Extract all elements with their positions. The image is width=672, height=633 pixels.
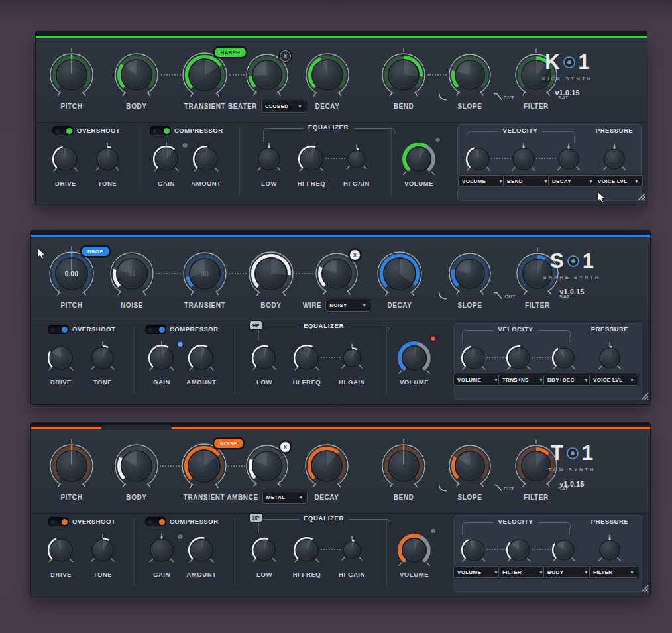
knob-link-dotted-line [296, 273, 313, 274]
knob-drive[interactable] [47, 141, 84, 178]
pressure-target-dropdown[interactable]: VOICE LVL▼ [594, 175, 643, 187]
velocity-target-dropdown[interactable]: BDY+DEC▼ [543, 374, 592, 386]
velocity-label: VELOCITY [493, 325, 537, 333]
overshoot-label: OVERSHOOT [77, 127, 120, 134]
knob-bend[interactable] [373, 435, 434, 496]
knob-link-dotted-line [536, 158, 556, 159]
logo-wordmark: K1 [545, 52, 590, 72]
knob-velocity-1[interactable] [456, 532, 492, 568]
compressor-toggle[interactable] [150, 126, 171, 135]
slope-fast-curve-icon [438, 91, 447, 103]
knob-body[interactable] [240, 243, 302, 305]
chevron-down-icon: ▼ [498, 179, 503, 184]
velocity-target-dropdown[interactable]: VOLUME▼ [453, 566, 502, 578]
velocity-target-dropdown[interactable]: BEND▼ [503, 175, 552, 187]
knob-drive[interactable] [42, 532, 80, 569]
knob-velocity-3[interactable] [547, 341, 581, 375]
panel-s1: 0.00DROPPITCH31NOISE30TRANSIENTBODYXWIRE… [30, 230, 651, 405]
knob-decay[interactable] [296, 435, 357, 496]
knob-body[interactable] [106, 435, 167, 496]
resize-handle[interactable] [639, 390, 649, 403]
chevron-down-icon: ▼ [494, 378, 498, 382]
x-badge[interactable]: X [280, 441, 291, 453]
knob-velocity-2[interactable] [501, 532, 537, 568]
knob-body[interactable] [106, 44, 167, 105]
knob-tone[interactable] [85, 340, 121, 376]
overshoot-toggle[interactable] [52, 126, 74, 135]
knob-decay[interactable] [368, 243, 431, 305]
knob-transient[interactable]: 30 [174, 243, 235, 304]
knob-bend[interactable] [373, 44, 434, 105]
knob-hi-gain[interactable] [341, 143, 372, 175]
x-badge[interactable]: X [349, 249, 361, 260]
compressor-toggle[interactable] [145, 517, 166, 526]
resize-handle[interactable] [639, 583, 649, 595]
velocity-target-dropdown[interactable]: TRNS+NS▼ [498, 374, 547, 386]
knob-hi-gain[interactable] [336, 342, 368, 374]
knob-pitch[interactable] [41, 435, 102, 496]
knob-hi-gain[interactable] [336, 534, 368, 566]
knob-volume[interactable] [390, 526, 438, 574]
velocity-label: VELOCITY [498, 127, 542, 134]
chevron-down-icon: ▼ [634, 179, 639, 184]
knob-link-dotted-line [229, 74, 245, 76]
dropdown-value: BEND [507, 178, 523, 184]
velocity-target-dropdown[interactable]: BODY▼ [543, 566, 592, 578]
knob-low[interactable] [247, 340, 282, 376]
knob-low[interactable] [247, 532, 282, 568]
knob-slope[interactable] [440, 45, 500, 105]
knob-noise[interactable]: 31 [101, 243, 162, 304]
velocity-target-dropdown[interactable]: VOLUME▼ [458, 175, 507, 187]
knob-pitch[interactable] [41, 44, 102, 105]
knob-velocity-2[interactable] [506, 141, 541, 177]
overshoot-toggle[interactable] [48, 325, 69, 334]
hp-badge[interactable]: HP [250, 514, 262, 522]
knob-decay[interactable] [297, 44, 358, 105]
knob-volume[interactable] [390, 334, 438, 382]
knob-velocity-1[interactable] [461, 141, 496, 177]
knob-label: DRIVE [55, 180, 76, 187]
knob-pressure[interactable] [592, 341, 627, 375]
knob-slope[interactable] [440, 244, 500, 304]
knob-gain[interactable] [143, 532, 180, 569]
knob-gain[interactable] [148, 141, 185, 178]
pressure-target-dropdown[interactable]: FILTER▼ [589, 566, 638, 578]
knob-link-dotted-line [229, 273, 247, 274]
harsh-badge: HARSH [215, 48, 246, 57]
knob-amount[interactable] [183, 532, 220, 569]
knob-slope[interactable] [440, 436, 500, 496]
knob-hi-freq[interactable] [288, 339, 325, 376]
hp-badge[interactable]: HP [250, 321, 262, 329]
knob-hi-freq[interactable] [293, 141, 330, 178]
knob-drive[interactable] [42, 339, 80, 376]
pressure-target-dropdown[interactable]: VOICE LVL▼ [589, 374, 638, 386]
knob-velocity-2[interactable] [501, 340, 537, 376]
knob-label: BODY [126, 494, 146, 501]
overshoot-toggle[interactable] [48, 517, 69, 526]
velocity-target-dropdown[interactable]: DECAY▼ [548, 175, 597, 187]
knob-velocity-1[interactable] [456, 340, 492, 376]
knob-gain[interactable] [143, 339, 180, 376]
knob-label: LOW [256, 378, 272, 386]
x-badge[interactable]: X [280, 50, 291, 62]
knob-volume[interactable] [395, 135, 443, 183]
knob-hi-freq[interactable] [288, 532, 325, 569]
knob-low[interactable] [251, 141, 287, 177]
pressure-label: PRESSURE [588, 325, 631, 333]
knob-label: DRIVE [50, 378, 72, 386]
knob-link-dotted-line [491, 158, 511, 159]
knob-velocity-3[interactable] [547, 533, 581, 567]
velocity-target-dropdown[interactable]: VOLUME▼ [453, 374, 502, 386]
velocity-target-dropdown[interactable]: FILTER▼ [498, 566, 547, 578]
knob-amount[interactable] [183, 339, 220, 376]
knob-pressure[interactable] [592, 533, 627, 567]
knob-amount[interactable] [188, 141, 225, 178]
knob-tone[interactable] [89, 141, 125, 177]
dropdown-value: DECAY [552, 178, 571, 184]
knob-velocity-3[interactable] [551, 142, 586, 176]
knob-pressure[interactable] [597, 142, 632, 176]
compressor-toggle[interactable] [145, 325, 166, 334]
resize-handle[interactable] [636, 191, 645, 203]
knob-tone[interactable] [85, 532, 121, 568]
equalizer-label: EQUALIZER [304, 123, 353, 131]
